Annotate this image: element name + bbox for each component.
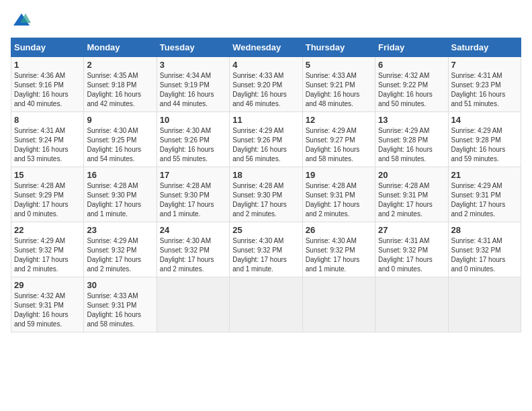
calendar-cell: 12 Sunrise: 4:29 AMSunset: 9:27 PMDaylig… xyxy=(302,112,375,167)
day-number: 3 xyxy=(160,60,226,70)
day-info: Sunrise: 4:35 AMSunset: 9:18 PMDaylight:… xyxy=(87,71,153,109)
day-info: Sunrise: 4:29 AMSunset: 9:32 PMDaylight:… xyxy=(14,236,81,274)
calendar-cell: 23 Sunrise: 4:29 AMSunset: 9:32 PMDaylig… xyxy=(84,222,157,277)
day-number: 6 xyxy=(378,60,445,70)
day-number: 10 xyxy=(160,115,226,125)
day-info: Sunrise: 4:36 AMSunset: 9:16 PMDaylight:… xyxy=(14,71,81,109)
col-header-friday: Friday xyxy=(375,38,448,57)
day-number: 21 xyxy=(451,170,518,180)
day-info: Sunrise: 4:29 AMSunset: 9:27 PMDaylight:… xyxy=(306,126,372,164)
day-number: 2 xyxy=(87,60,153,70)
day-number: 27 xyxy=(378,225,445,235)
day-info: Sunrise: 4:28 AMSunset: 9:31 PMDaylight:… xyxy=(306,181,372,219)
logo-icon xyxy=(12,11,31,30)
calendar-header-row: SundayMondayTuesdayWednesdayThursdayFrid… xyxy=(11,38,521,57)
calendar-cell: 17 Sunrise: 4:28 AMSunset: 9:30 PMDaylig… xyxy=(157,167,229,222)
calendar-cell: 27 Sunrise: 4:31 AMSunset: 9:32 PMDaylig… xyxy=(375,222,448,277)
calendar-cell: 11 Sunrise: 4:29 AMSunset: 9:26 PMDaylig… xyxy=(230,112,302,167)
calendar-cell: 20 Sunrise: 4:28 AMSunset: 9:31 PMDaylig… xyxy=(375,167,448,222)
day-info: Sunrise: 4:32 AMSunset: 9:22 PMDaylight:… xyxy=(378,71,445,109)
day-number: 8 xyxy=(14,115,81,125)
calendar-cell xyxy=(375,277,448,332)
day-info: Sunrise: 4:32 AMSunset: 9:31 PMDaylight:… xyxy=(14,291,81,329)
day-info: Sunrise: 4:34 AMSunset: 9:19 PMDaylight:… xyxy=(160,71,226,109)
day-info: Sunrise: 4:28 AMSunset: 9:30 PMDaylight:… xyxy=(232,181,299,219)
calendar-table: SundayMondayTuesdayWednesdayThursdayFrid… xyxy=(11,38,521,332)
col-header-saturday: Saturday xyxy=(448,38,521,57)
calendar-cell xyxy=(448,277,521,332)
calendar-week-row: 29 Sunrise: 4:32 AMSunset: 9:31 PMDaylig… xyxy=(11,277,521,332)
calendar-cell: 1 Sunrise: 4:36 AMSunset: 9:16 PMDayligh… xyxy=(11,57,84,112)
col-header-sunday: Sunday xyxy=(11,38,84,57)
col-header-wednesday: Wednesday xyxy=(230,38,302,57)
day-info: Sunrise: 4:30 AMSunset: 9:25 PMDaylight:… xyxy=(87,126,153,164)
day-number: 17 xyxy=(160,170,226,180)
calendar-cell: 29 Sunrise: 4:32 AMSunset: 9:31 PMDaylig… xyxy=(11,277,84,332)
calendar-cell: 22 Sunrise: 4:29 AMSunset: 9:32 PMDaylig… xyxy=(11,222,84,277)
col-header-thursday: Thursday xyxy=(302,38,375,57)
day-number: 14 xyxy=(451,115,518,125)
day-number: 5 xyxy=(306,60,372,70)
day-number: 13 xyxy=(378,115,445,125)
calendar-cell: 28 Sunrise: 4:31 AMSunset: 9:32 PMDaylig… xyxy=(448,222,521,277)
calendar-cell xyxy=(230,277,302,332)
day-number: 22 xyxy=(14,225,81,235)
day-info: Sunrise: 4:29 AMSunset: 9:26 PMDaylight:… xyxy=(232,126,299,164)
day-info: Sunrise: 4:30 AMSunset: 9:32 PMDaylight:… xyxy=(232,236,299,274)
day-number: 7 xyxy=(451,60,518,70)
day-number: 29 xyxy=(14,280,81,290)
calendar-cell: 9 Sunrise: 4:30 AMSunset: 9:25 PMDayligh… xyxy=(84,112,157,167)
day-info: Sunrise: 4:29 AMSunset: 9:28 PMDaylight:… xyxy=(451,126,518,164)
day-number: 23 xyxy=(87,225,153,235)
day-info: Sunrise: 4:30 AMSunset: 9:32 PMDaylight:… xyxy=(160,236,226,274)
calendar-cell: 10 Sunrise: 4:30 AMSunset: 9:26 PMDaylig… xyxy=(157,112,229,167)
day-number: 25 xyxy=(232,225,299,235)
day-info: Sunrise: 4:31 AMSunset: 9:32 PMDaylight:… xyxy=(451,236,518,274)
calendar-cell: 15 Sunrise: 4:28 AMSunset: 9:29 PMDaylig… xyxy=(11,167,84,222)
day-info: Sunrise: 4:30 AMSunset: 9:26 PMDaylight:… xyxy=(160,126,226,164)
day-number: 4 xyxy=(232,60,299,70)
day-number: 15 xyxy=(14,170,81,180)
day-info: Sunrise: 4:33 AMSunset: 9:31 PMDaylight:… xyxy=(87,291,153,329)
day-info: Sunrise: 4:33 AMSunset: 9:21 PMDaylight:… xyxy=(306,71,372,109)
day-number: 19 xyxy=(306,170,372,180)
day-number: 18 xyxy=(232,170,299,180)
day-info: Sunrise: 4:29 AMSunset: 9:31 PMDaylight:… xyxy=(451,181,518,219)
day-number: 30 xyxy=(87,280,153,290)
calendar-cell: 2 Sunrise: 4:35 AMSunset: 9:18 PMDayligh… xyxy=(84,57,157,112)
calendar-cell: 25 Sunrise: 4:30 AMSunset: 9:32 PMDaylig… xyxy=(230,222,302,277)
day-number: 1 xyxy=(14,60,81,70)
day-info: Sunrise: 4:28 AMSunset: 9:30 PMDaylight:… xyxy=(87,181,153,219)
calendar-cell: 6 Sunrise: 4:32 AMSunset: 9:22 PMDayligh… xyxy=(375,57,448,112)
calendar-cell: 21 Sunrise: 4:29 AMSunset: 9:31 PMDaylig… xyxy=(448,167,521,222)
day-info: Sunrise: 4:30 AMSunset: 9:32 PMDaylight:… xyxy=(306,236,372,274)
calendar-cell xyxy=(157,277,229,332)
page-header xyxy=(11,11,521,30)
day-info: Sunrise: 4:29 AMSunset: 9:28 PMDaylight:… xyxy=(378,126,445,164)
day-info: Sunrise: 4:29 AMSunset: 9:32 PMDaylight:… xyxy=(87,236,153,274)
calendar-cell: 30 Sunrise: 4:33 AMSunset: 9:31 PMDaylig… xyxy=(84,277,157,332)
day-number: 11 xyxy=(232,115,299,125)
calendar-cell: 7 Sunrise: 4:31 AMSunset: 9:23 PMDayligh… xyxy=(448,57,521,112)
calendar-week-row: 8 Sunrise: 4:31 AMSunset: 9:24 PMDayligh… xyxy=(11,112,521,167)
day-info: Sunrise: 4:31 AMSunset: 9:32 PMDaylight:… xyxy=(378,236,445,274)
day-info: Sunrise: 4:28 AMSunset: 9:31 PMDaylight:… xyxy=(378,181,445,219)
day-info: Sunrise: 4:31 AMSunset: 9:23 PMDaylight:… xyxy=(451,71,518,109)
day-info: Sunrise: 4:28 AMSunset: 9:29 PMDaylight:… xyxy=(14,181,81,219)
calendar-week-row: 22 Sunrise: 4:29 AMSunset: 9:32 PMDaylig… xyxy=(11,222,521,277)
calendar-cell: 19 Sunrise: 4:28 AMSunset: 9:31 PMDaylig… xyxy=(302,167,375,222)
calendar-cell: 4 Sunrise: 4:33 AMSunset: 9:20 PMDayligh… xyxy=(230,57,302,112)
day-number: 9 xyxy=(87,115,153,125)
calendar-cell: 13 Sunrise: 4:29 AMSunset: 9:28 PMDaylig… xyxy=(375,112,448,167)
day-info: Sunrise: 4:31 AMSunset: 9:24 PMDaylight:… xyxy=(14,126,81,164)
calendar-cell: 14 Sunrise: 4:29 AMSunset: 9:28 PMDaylig… xyxy=(448,112,521,167)
day-number: 12 xyxy=(306,115,372,125)
day-info: Sunrise: 4:33 AMSunset: 9:20 PMDaylight:… xyxy=(232,71,299,109)
day-number: 28 xyxy=(451,225,518,235)
calendar-cell: 8 Sunrise: 4:31 AMSunset: 9:24 PMDayligh… xyxy=(11,112,84,167)
calendar-cell: 18 Sunrise: 4:28 AMSunset: 9:30 PMDaylig… xyxy=(230,167,302,222)
col-header-monday: Monday xyxy=(84,38,157,57)
day-info: Sunrise: 4:28 AMSunset: 9:30 PMDaylight:… xyxy=(160,181,226,219)
calendar-week-row: 1 Sunrise: 4:36 AMSunset: 9:16 PMDayligh… xyxy=(11,57,521,112)
day-number: 24 xyxy=(160,225,226,235)
